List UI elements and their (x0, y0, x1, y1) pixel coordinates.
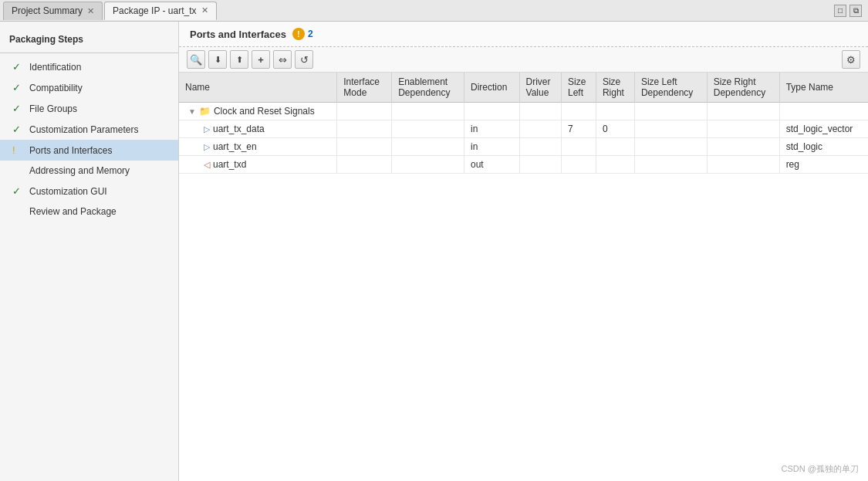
sidebar-item-customization-gui[interactable]: ✓ Customization GUI (0, 181, 178, 202)
cell-interface-mode-uart-txd (337, 156, 392, 174)
content-title: Ports and Interfaces (190, 29, 286, 40)
uart-tx-data-label: uart_tx_data (213, 124, 265, 134)
folder-icon-clock-reset: 📁 (199, 106, 211, 117)
cell-name-uart-tx-data: ▷ uart_tx_data (179, 120, 337, 138)
uart-tx-en-label: uart_tx_en (213, 141, 257, 152)
check-icon-file-groups: ✓ (12, 103, 23, 114)
table-header-row: Name InterfaceMode EnablementDependency … (179, 73, 868, 103)
port-icon-uart-txd: ◁ (204, 160, 210, 170)
move-icon: ⇔ (279, 54, 287, 66)
tab-project-summary[interactable]: Project Summary ✕ (3, 2, 103, 20)
expand-all-button[interactable]: ⬆ (230, 50, 248, 69)
sidebar-item-file-groups[interactable]: ✓ File Groups (0, 98, 178, 119)
expand-icon-clock-reset: ▼ (188, 107, 196, 116)
sidebar-item-compatibility[interactable]: ✓ Compatibility (0, 77, 178, 98)
col-header-driver-value: DriverValue (519, 73, 561, 103)
cell-type-name-uart-txd: reg (779, 156, 868, 174)
uart-txd-label: uart_txd (213, 159, 246, 170)
cell-type-name-uart-tx-data: std_logic_vector (779, 120, 868, 138)
refresh-button[interactable]: ↺ (295, 50, 313, 69)
cell-driver-value-uart-txd (519, 156, 561, 174)
sidebar-label-file-groups: File Groups (29, 103, 77, 114)
collapse-all-icon: ⬇ (214, 55, 221, 65)
sidebar-item-review-and-package[interactable]: Review and Package (0, 202, 178, 222)
cell-name-clock-reset: ▼ 📁 Clock and Reset Signals (179, 103, 337, 120)
cell-size-right-uart-tx-data: 0 (596, 120, 634, 138)
sidebar-item-identification[interactable]: ✓ Identification (0, 56, 178, 77)
col-header-size-right: SizeRight (596, 73, 634, 103)
col-header-direction: Direction (464, 73, 519, 103)
sidebar-item-customization-parameters[interactable]: ✓ Customization Parameters (0, 119, 178, 140)
cell-interface-mode-uart-tx-data (337, 120, 392, 138)
cell-enablement-clock-reset (392, 103, 464, 120)
add-button[interactable]: + (252, 50, 270, 69)
cell-size-right-dep-uart-tx-data (707, 120, 779, 138)
search-icon: 🔍 (190, 54, 202, 66)
settings-button[interactable]: ⚙ (842, 50, 860, 69)
cell-size-right-uart-txd (596, 156, 634, 174)
col-header-type-name: Type Name (779, 73, 868, 103)
cell-size-left-dep-clock-reset (634, 103, 707, 120)
ports-table: Name InterfaceMode EnablementDependency … (179, 73, 868, 174)
move-button[interactable]: ⇔ (273, 50, 292, 69)
cell-direction-uart-tx-data: in (464, 120, 519, 138)
title-bar: Project Summary ✕ Package IP - uart_tx ✕… (0, 0, 868, 22)
cell-driver-value-uart-tx-en (519, 138, 561, 156)
cell-enablement-uart-txd (392, 156, 464, 174)
port-icon-uart-tx-data: ▷ (204, 124, 210, 134)
search-button[interactable]: 🔍 (187, 50, 205, 69)
minimize-button[interactable]: □ (834, 5, 846, 17)
check-icon-compatibility: ✓ (12, 82, 23, 93)
cell-size-right-dep-clock-reset (707, 103, 779, 120)
table-container[interactable]: Name InterfaceMode EnablementDependency … (179, 73, 868, 481)
content-header: Ports and Interfaces ! 2 (179, 22, 868, 47)
sidebar-label-ports-and-interfaces: Ports and Interfaces (29, 145, 112, 156)
cell-enablement-uart-tx-en (392, 138, 464, 156)
sidebar-item-ports-and-interfaces[interactable]: ! Ports and Interfaces (0, 140, 178, 161)
tab-package-ip[interactable]: Package IP - uart_tx ✕ (104, 2, 217, 20)
col-header-size-right-dependency: Size RightDependency (707, 73, 779, 103)
cell-type-name-uart-tx-en: std_logic (779, 138, 868, 156)
check-icon-customization-parameters: ✓ (12, 124, 23, 135)
cell-size-left-uart-tx-data: 7 (562, 120, 596, 138)
cell-size-right-clock-reset (596, 103, 634, 120)
sidebar-item-addressing-and-memory[interactable]: Addressing and Memory (0, 161, 178, 181)
cell-size-left-dep-uart-txd (634, 156, 707, 174)
cell-enablement-uart-tx-data (392, 120, 464, 138)
add-icon: + (258, 54, 264, 66)
tab-package-ip-label: Package IP - uart_tx (113, 5, 197, 16)
port-icon-uart-tx-en: ▷ (204, 142, 210, 152)
col-header-size-left-dependency: Size LeftDependency (634, 73, 707, 103)
cell-name-uart-txd: ◁ uart_txd (179, 156, 337, 174)
cell-interface-mode-clock-reset (337, 103, 392, 120)
col-header-enablement-dependency: EnablementDependency (392, 73, 464, 103)
expand-all-icon: ⬆ (236, 55, 243, 65)
cell-size-right-dep-uart-txd (707, 156, 779, 174)
collapse-all-button[interactable]: ⬇ (208, 50, 227, 69)
watermark: CSDN @孤独的单刀 (782, 463, 859, 475)
table-row-uart-tx-en[interactable]: ▷ uart_tx_en in std_logic (179, 138, 868, 156)
sidebar: Packaging Steps ✓ Identification ✓ Compa… (0, 22, 179, 481)
check-icon-customization-gui: ✓ (12, 185, 23, 197)
window-controls: □ ⧉ (834, 5, 865, 17)
cell-direction-uart-tx-en: in (464, 138, 519, 156)
cell-size-left-dep-uart-tx-data (634, 120, 707, 138)
cell-direction-uart-txd: out (464, 156, 519, 174)
cell-size-right-uart-tx-en (596, 138, 634, 156)
main-layout: Packaging Steps ✓ Identification ✓ Compa… (0, 22, 868, 481)
table-row-uart-txd[interactable]: ◁ uart_txd out reg (179, 156, 868, 174)
tab-project-summary-label: Project Summary (12, 5, 83, 16)
cell-driver-value-clock-reset (519, 103, 561, 120)
maximize-button[interactable]: ⧉ (849, 5, 862, 17)
table-row-uart-tx-data[interactable]: ▷ uart_tx_data in 7 0 std_logic_vector (179, 120, 868, 138)
cell-size-left-dep-uart-tx-en (634, 138, 707, 156)
tab-project-summary-close[interactable]: ✕ (87, 6, 94, 16)
cell-type-name-clock-reset (779, 103, 868, 120)
col-header-size-left: SizeLeft (562, 73, 596, 103)
tab-package-ip-close[interactable]: ✕ (201, 5, 208, 15)
table-row-group-clock-reset[interactable]: ▼ 📁 Clock and Reset Signals (179, 103, 868, 120)
col-header-interface-mode: InterfaceMode (337, 73, 392, 103)
check-icon-identification: ✓ (12, 61, 23, 73)
sidebar-label-review-and-package: Review and Package (29, 206, 117, 217)
cell-size-right-dep-uart-tx-en (707, 138, 779, 156)
